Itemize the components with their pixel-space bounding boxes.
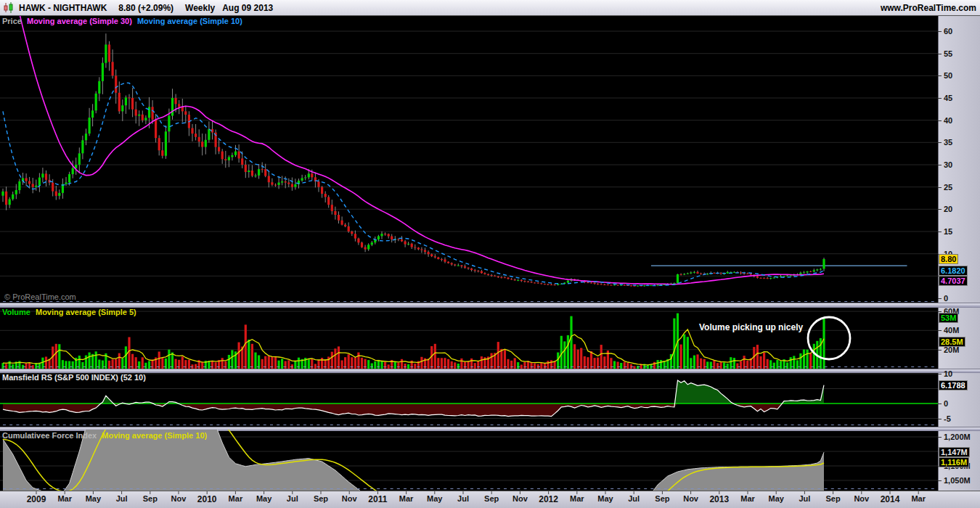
last-price: 8.80	[118, 3, 135, 13]
candlestick-icon	[3, 2, 15, 13]
symbol-name: HAWK - NIGHTHAWK	[19, 3, 107, 13]
panel-separator[interactable]	[0, 369, 980, 373]
panel-separator[interactable]	[0, 427, 980, 431]
site-link[interactable]: www.ProRealTime.com	[881, 3, 976, 13]
prorealtime-chart-window: HAWK - NIGHTHAWK 8.80 (+2.09%) Weekly Au…	[0, 0, 980, 508]
price-change: (+2.09%)	[138, 3, 173, 13]
price-y-axis[interactable]	[938, 15, 980, 303]
title-bar: HAWK - NIGHTHAWK 8.80 (+2.09%) Weekly Au…	[0, 0, 980, 16]
x-axis-bar[interactable]	[0, 491, 980, 508]
volume-y-axis[interactable]	[938, 306, 980, 369]
cfi-y-axis[interactable]	[938, 430, 980, 491]
cursor-date: Aug 09 2013	[222, 3, 273, 13]
timeframe-label[interactable]: Weekly	[185, 3, 215, 13]
panel-separator[interactable]	[0, 303, 980, 308]
plot-background[interactable]	[0, 15, 938, 491]
last-price-and-change: 8.80 (+2.09%)	[118, 3, 173, 13]
mansfield-y-axis[interactable]	[938, 372, 980, 427]
